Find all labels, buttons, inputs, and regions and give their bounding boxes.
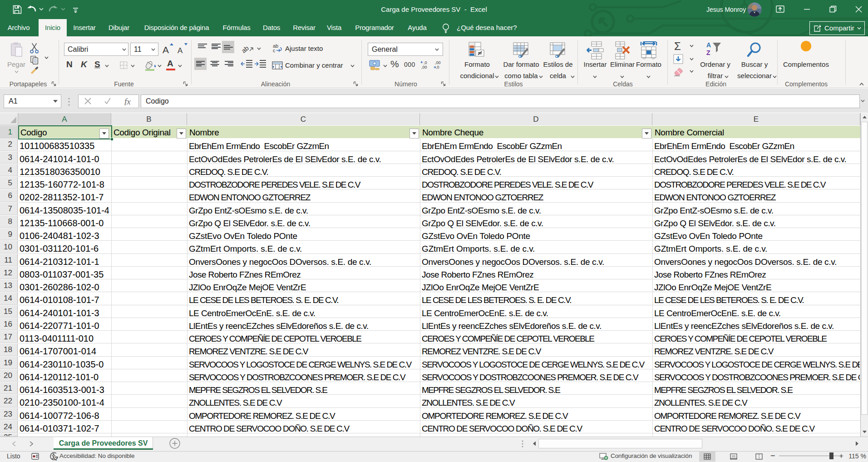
svg-text:c: c [273, 48, 276, 53]
svg-text:ab: ab [241, 44, 250, 54]
svg-text:Z: Z [706, 49, 710, 56]
svg-text:,0: ,0 [424, 60, 427, 65]
svg-text:?: ? [54, 455, 58, 461]
svg-text:A: A [163, 45, 169, 55]
svg-text:A: A [178, 46, 183, 55]
svg-text:,0: ,0 [436, 65, 439, 70]
svg-text:A: A [706, 41, 711, 49]
svg-text:fx: fx [124, 98, 131, 105]
svg-text:,00: ,00 [435, 60, 441, 65]
svg-text:,00: ,00 [421, 65, 427, 70]
